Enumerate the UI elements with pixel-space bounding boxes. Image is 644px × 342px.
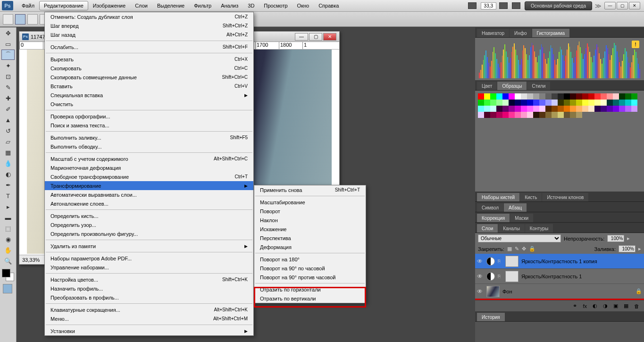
window-minimize-button[interactable]: — bbox=[604, 2, 616, 9]
dodge-tool[interactable]: ◐ bbox=[1, 169, 15, 179]
blend-mode-select[interactable]: Обычные bbox=[478, 234, 561, 242]
menu-item[interactable]: Удалить из памяти▶ bbox=[45, 242, 253, 250]
swatch[interactable] bbox=[576, 100, 582, 106]
menu-item[interactable]: Установки▶ bbox=[45, 326, 253, 335]
menu-item[interactable]: Управление наборами... bbox=[45, 263, 253, 272]
zoom-input[interactable]: 33,3 bbox=[481, 2, 496, 9]
path-tool[interactable]: ▸ bbox=[1, 201, 15, 212]
zoom-level[interactable]: 33,33% bbox=[22, 257, 40, 263]
window-close-button[interactable]: ✕ bbox=[629, 2, 640, 9]
visibility-icon[interactable]: 👁 bbox=[477, 288, 484, 295]
swatch[interactable] bbox=[625, 93, 631, 100]
swatch[interactable] bbox=[515, 106, 521, 112]
swatch[interactable] bbox=[533, 100, 539, 106]
swatch[interactable] bbox=[515, 100, 521, 106]
menu-просмотр[interactable]: Просмотр bbox=[259, 1, 292, 10]
fill-arrow-icon[interactable]: ▸ bbox=[638, 246, 641, 252]
swatch[interactable] bbox=[527, 100, 533, 106]
layer-row[interactable]: 👁⎘Яркость/Контрастность 1 копия bbox=[475, 254, 644, 269]
swatch[interactable] bbox=[509, 100, 515, 106]
swatch[interactable] bbox=[490, 112, 496, 118]
menu-item[interactable]: Деформация bbox=[254, 242, 366, 251]
swatch[interactable] bbox=[631, 100, 637, 106]
menu-item[interactable]: Поворот bbox=[254, 207, 366, 216]
menu-item[interactable]: Трансформирование▶ bbox=[45, 181, 253, 190]
swatch[interactable] bbox=[484, 112, 490, 118]
menu-окно[interactable]: Окно bbox=[293, 1, 314, 10]
tab-Стили[interactable]: Стили bbox=[527, 82, 550, 90]
visibility-icon[interactable]: 👁 bbox=[477, 258, 484, 265]
opacity-arrow-icon[interactable]: ▸ bbox=[627, 235, 630, 242]
selection-add-icon[interactable] bbox=[27, 14, 38, 25]
swatch[interactable] bbox=[576, 106, 582, 112]
menu-фильтр[interactable]: Фильтр bbox=[189, 1, 216, 10]
swatch[interactable] bbox=[582, 106, 588, 112]
swatch[interactable] bbox=[533, 93, 539, 100]
layer-fx-icon[interactable]: fx bbox=[583, 303, 587, 309]
swatch[interactable] bbox=[613, 100, 619, 106]
blur-tool[interactable]: 💧 bbox=[1, 158, 15, 168]
swatch[interactable] bbox=[558, 106, 564, 112]
tab-Наборы кистей[interactable]: Наборы кистей bbox=[477, 193, 519, 201]
swatch[interactable] bbox=[521, 93, 527, 100]
swatch[interactable] bbox=[496, 93, 502, 100]
menu-3d[interactable]: 3D bbox=[243, 1, 259, 10]
doc-minimize-button[interactable]: — bbox=[295, 33, 308, 41]
swatch[interactable] bbox=[613, 106, 619, 112]
history-brush-tool[interactable]: ↺ bbox=[1, 125, 15, 136]
swatch[interactable] bbox=[515, 93, 521, 100]
expand-icon[interactable]: ≫ bbox=[595, 2, 602, 9]
3d-camera-tool[interactable]: ◉ bbox=[1, 234, 15, 244]
swatch[interactable] bbox=[502, 93, 509, 100]
swatch[interactable] bbox=[552, 112, 558, 118]
swatch[interactable] bbox=[588, 93, 594, 100]
type-tool[interactable]: T bbox=[1, 191, 15, 201]
histogram-warning-icon[interactable]: ! bbox=[632, 41, 639, 48]
swatch[interactable] bbox=[545, 112, 552, 118]
swatch[interactable] bbox=[478, 112, 484, 118]
eyedropper-tool[interactable]: ✎ bbox=[1, 82, 15, 92]
adjustment-layer-icon[interactable]: ◑ bbox=[603, 303, 608, 309]
magic-wand-tool[interactable]: ✦ bbox=[1, 60, 15, 71]
swatch[interactable] bbox=[613, 93, 619, 100]
swatch[interactable] bbox=[496, 106, 502, 112]
swatch[interactable] bbox=[564, 112, 570, 118]
quick-mask-icon[interactable] bbox=[3, 284, 12, 293]
swatch[interactable] bbox=[558, 93, 564, 100]
menu-item[interactable]: Искажение bbox=[254, 225, 366, 234]
lock-position-icon[interactable]: ✥ bbox=[522, 246, 526, 252]
swatch[interactable] bbox=[601, 100, 607, 106]
menu-item[interactable]: Определить кисть... bbox=[45, 211, 253, 220]
swatch[interactable] bbox=[545, 100, 552, 106]
swatch[interactable] bbox=[607, 106, 613, 112]
menu-анализ[interactable]: Анализ bbox=[216, 1, 243, 10]
window-maximize-button[interactable]: ▢ bbox=[617, 2, 628, 9]
menu-item[interactable]: Клавиатурные сокращения...Alt+Shift+Ctrl… bbox=[45, 305, 253, 314]
swatch[interactable] bbox=[521, 112, 527, 118]
swatch[interactable] bbox=[527, 93, 533, 100]
swatch[interactable] bbox=[509, 93, 515, 100]
swatch[interactable] bbox=[533, 112, 539, 118]
swatch[interactable] bbox=[490, 106, 496, 112]
selection-new-icon[interactable] bbox=[15, 14, 25, 25]
lock-transparency-icon[interactable]: ▦ bbox=[507, 246, 512, 252]
eraser-tool[interactable]: ▱ bbox=[1, 136, 15, 147]
swatch[interactable] bbox=[496, 112, 502, 118]
swatch[interactable] bbox=[601, 93, 607, 100]
tab-Каналы[interactable]: Каналы bbox=[498, 224, 525, 233]
menu-item[interactable]: Назначить профиль... bbox=[45, 284, 253, 293]
swatch[interactable] bbox=[527, 106, 533, 112]
tab-Источник клонов[interactable]: Источник клонов bbox=[542, 193, 588, 201]
swatch[interactable] bbox=[570, 100, 576, 106]
menu-item[interactable]: Свободное трансформированиеCtrl+T bbox=[45, 172, 253, 181]
swatch[interactable] bbox=[484, 106, 490, 112]
menu-item[interactable]: Определить узор... bbox=[45, 220, 253, 229]
swatch[interactable] bbox=[558, 100, 564, 106]
menu-item[interactable]: Шаг впередShift+Ctrl+Z bbox=[45, 21, 253, 30]
tab-Образцы[interactable]: Образцы bbox=[497, 82, 527, 90]
zoom-tool[interactable]: 🔍 bbox=[1, 256, 15, 266]
tab-history[interactable]: История bbox=[477, 313, 505, 321]
menu-item[interactable]: Отменить: Создать дубликат слояCtrl+Z bbox=[45, 12, 253, 21]
swatch[interactable] bbox=[588, 106, 594, 112]
color-swatches[interactable] bbox=[2, 269, 14, 281]
